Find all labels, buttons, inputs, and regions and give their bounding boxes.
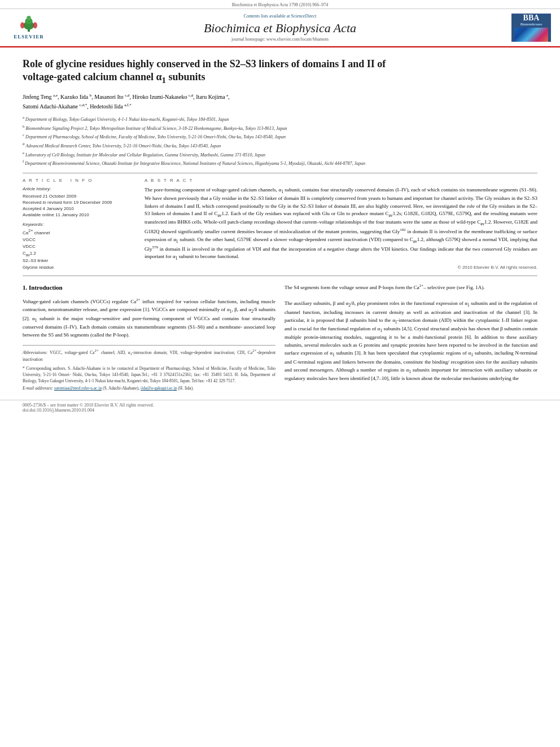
article-history-label: Article history: xyxy=(23,186,135,191)
divider-2 xyxy=(23,276,537,276)
affiliation-f: f Department of Bioenvironmental Science… xyxy=(23,159,537,167)
intro-paragraph-3: The auxiliary subunits, β and α2/δ, play… xyxy=(285,300,537,383)
abstract-text: The pore-forming component of voltage-ga… xyxy=(145,186,537,261)
abstract-col: A B S T R A C T The pore-forming compone… xyxy=(145,178,537,271)
bba-sublabel: Biomembranes xyxy=(520,23,542,27)
divider-1 xyxy=(23,173,537,173)
footnote-corresponding: * Corresponding authors. S. Adachi-Akaha… xyxy=(23,365,275,385)
intro-col-left: 1. Introduction Voltage-gated calcium ch… xyxy=(23,283,275,391)
revised-date: Received in revised form 19 December 200… xyxy=(23,200,135,205)
intro-paragraph-2: The S4 segments form the voltage sensor … xyxy=(285,283,537,292)
svg-point-5 xyxy=(33,22,38,28)
svg-point-3 xyxy=(27,16,31,20)
email-satomi-label: (S. Adachi-Akahane), xyxy=(103,386,139,391)
article-title: Role of glycine residues highly conserve… xyxy=(23,58,537,86)
affiliation-c: c Department of Pharmacology, School of … xyxy=(23,132,537,141)
article-content: Role of glycine residues highly conserve… xyxy=(0,47,560,397)
affiliations: a Department of Biology, Tokyo Gakugei U… xyxy=(23,115,537,167)
available-date: Available online 11 January 2010 xyxy=(23,212,135,217)
article-info-col: A R T I C L E I N F O Article history: R… xyxy=(23,178,135,271)
received-date: Received 21 October 2009 xyxy=(23,194,135,199)
info-abstract-columns: A R T I C L E I N F O Article history: R… xyxy=(23,178,537,271)
bba-logo: BBA Biomembranes xyxy=(511,14,551,42)
elsevier-label: ELSEVIER xyxy=(14,34,44,40)
svg-point-4 xyxy=(20,22,25,28)
sciencedirect-link: Contents lists available at ScienceDirec… xyxy=(49,14,511,19)
page-container: Biochimica et Biophysica Acta 1798 (2010… xyxy=(0,0,560,747)
affiliation-e: e Laboratory of Cell Biology, Institute … xyxy=(23,150,537,159)
accepted-date: Accepted 4 January 2010 xyxy=(23,206,135,211)
email-iida[interactable]: iida@u-gakugei.ac.jp xyxy=(141,386,177,391)
copyright-line: © 2010 Elsevier B.V. All rights reserved… xyxy=(145,265,537,270)
footer-doi: doi:doi:10.1016/j.bbamem.2010.01.004 xyxy=(23,408,537,413)
email-satomi[interactable]: satomiaa@med.toho-u.ac.jp xyxy=(54,386,102,391)
intro-col-right: The S4 segments form the voltage sensor … xyxy=(285,283,537,391)
email-iida-label: (H. Iida). xyxy=(178,386,194,391)
authors-line: Jinfeng Teng a,e, Kazuko Iida b, Masanor… xyxy=(23,93,537,111)
article-info-heading: A R T I C L E I N F O xyxy=(23,178,135,183)
intro-heading: 1. Introduction xyxy=(23,283,275,292)
elsevier-tree-icon xyxy=(18,16,40,33)
top-bar: Biochimica et Biophysica Acta 1798 (2010… xyxy=(0,0,560,9)
journal-name: Biochimica et Biophysica Acta xyxy=(49,21,511,36)
footer-issn: 0005-2736/$ – see front matter © 2010 El… xyxy=(23,403,537,408)
footnote-emails: E-mail addresses: satomiaa@med.toho-u.ac… xyxy=(23,385,275,391)
journal-homepage: journal homepage: www.elsevier.com/locat… xyxy=(49,37,511,42)
keywords-list: Ca2+ channel VGCC VDCC Cav1.2 S2–S3 link… xyxy=(23,228,135,271)
intro-paragraph-1: Voltage-gated calcium channels (VGCCs) r… xyxy=(23,297,275,339)
page-footer: 0005-2736/$ – see front matter © 2010 El… xyxy=(0,400,560,415)
footnote-area: Abbreviations: VGCC, voltage-gated Ca2+ … xyxy=(23,345,275,392)
affiliation-a: a Department of Biology, Tokyo Gakugei U… xyxy=(23,115,537,123)
journal-header: ELSEVIER Contents lists available at Sci… xyxy=(0,9,560,47)
introduction-section: 1. Introduction Voltage-gated calcium ch… xyxy=(23,283,537,391)
elsevier-logo: ELSEVIER xyxy=(9,14,49,42)
affiliation-d: d Advanced Medical Research Center, Toho… xyxy=(23,141,537,150)
footnote-abbreviations: Abbreviations: VGCC, voltage-gated Ca2+ … xyxy=(23,348,275,363)
abstract-heading: A B S T R A C T xyxy=(145,178,537,183)
affiliation-b: b Biomembrane Signaling Project 2, Tokyo… xyxy=(23,124,537,132)
journal-title-center: Contents lists available at ScienceDirec… xyxy=(49,14,511,42)
keywords-label: Keywords: xyxy=(23,222,135,227)
journal-citation: Biochimica et Biophysica Acta 1798 (2010… xyxy=(232,2,329,7)
bba-text: BBA xyxy=(523,14,540,23)
